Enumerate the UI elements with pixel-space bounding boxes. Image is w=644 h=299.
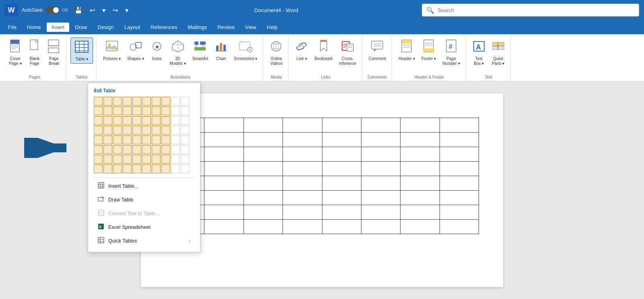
grid-cell[interactable] [161,97,170,106]
grid-cell[interactable] [142,116,151,125]
grid-cell[interactable] [103,116,112,125]
grid-cell[interactable] [161,135,170,144]
table-grid[interactable] [94,97,194,173]
grid-cell[interactable] [142,164,151,173]
grid-cell[interactable] [161,155,170,164]
grid-cell[interactable] [142,135,151,144]
grid-cell[interactable] [161,145,170,154]
grid-cell[interactable] [132,97,141,106]
grid-cell[interactable] [142,97,151,106]
menu-help[interactable]: Help [262,23,283,32]
search-input[interactable] [438,7,635,13]
undo-dropdown-button[interactable]: ▾ [100,5,108,16]
menu-design[interactable]: Design [93,23,119,32]
text-box-button[interactable]: A TextBox ▾ [470,37,488,68]
grid-cell[interactable] [123,126,132,135]
grid-cell[interactable] [132,106,141,115]
grid-cell[interactable] [181,135,190,144]
grid-cell[interactable] [142,155,151,164]
grid-cell[interactable] [181,106,190,115]
grid-cell[interactable] [113,126,122,135]
grid-cell[interactable] [94,106,103,115]
save-button[interactable]: 💾 [72,5,85,16]
grid-cell[interactable] [123,106,132,115]
grid-cell[interactable] [171,135,180,144]
grid-cell[interactable] [152,135,161,144]
screenshot-button[interactable]: Screenshot ▾ [231,37,260,63]
menu-insert[interactable]: Insert [47,23,70,32]
header-button[interactable]: Header ▾ [396,37,417,63]
grid-cell[interactable] [123,145,132,154]
grid-cell[interactable] [103,126,112,135]
grid-cell[interactable] [123,97,132,106]
grid-cell[interactable] [103,106,112,115]
grid-cell[interactable] [113,155,122,164]
grid-cell[interactable] [181,164,190,173]
grid-cell[interactable] [181,116,190,125]
page-break-button[interactable]: PageBreak [45,37,63,68]
grid-cell[interactable] [152,164,161,173]
grid-cell[interactable] [171,145,180,154]
grid-cell[interactable] [142,145,151,154]
draw-table-item[interactable]: Draw Table [94,193,194,207]
grid-cell[interactable] [161,106,170,115]
menu-layout[interactable]: Layout [120,23,145,32]
pictures-button[interactable]: Pictures ▾ [101,37,123,63]
grid-cell[interactable] [142,106,151,115]
grid-cell[interactable] [103,145,112,154]
bookmark-button[interactable]: Bookmark [312,37,335,63]
grid-cell[interactable] [123,116,132,125]
table-button[interactable]: Table ▾ [70,37,93,64]
grid-cell[interactable] [152,126,161,135]
autosave-toggle[interactable] [45,6,60,14]
quick-tables-item[interactable]: Quick Tables › [94,234,194,248]
grid-cell[interactable] [132,116,141,125]
grid-cell[interactable] [103,97,112,106]
blank-page-button[interactable]: BlankPage [26,37,43,68]
menu-review[interactable]: Review [213,23,239,32]
footer-button[interactable]: Footer ▾ [419,37,439,63]
grid-cell[interactable] [161,126,170,135]
grid-cell[interactable] [142,126,151,135]
insert-table-item[interactable]: Insert Table... [94,179,194,193]
menu-mailings[interactable]: Mailings [183,23,212,32]
grid-cell[interactable] [113,106,122,115]
chart-button[interactable]: Chart [212,37,230,63]
grid-cell[interactable] [113,164,122,173]
link-button[interactable]: Link ▾ [293,37,310,63]
grid-cell[interactable] [181,126,190,135]
grid-cell[interactable] [152,155,161,164]
menu-view[interactable]: View [240,23,261,32]
grid-cell[interactable] [152,145,161,154]
grid-cell[interactable] [152,106,161,115]
online-videos-button[interactable]: OnlineVideos [267,37,285,68]
redo-button[interactable]: ↪ [110,5,120,16]
menu-file[interactable]: File [3,23,21,32]
grid-cell[interactable] [171,116,180,125]
icons-button[interactable]: ★ Icons [148,37,166,63]
grid-cell[interactable] [161,164,170,173]
grid-cell[interactable] [171,164,180,173]
grid-cell[interactable] [94,155,103,164]
grid-cell[interactable] [171,155,180,164]
grid-cell[interactable] [103,164,112,173]
grid-cell[interactable] [123,155,132,164]
quick-parts-button[interactable]: QuickParts ▾ [489,37,507,68]
grid-cell[interactable] [132,126,141,135]
undo-button[interactable]: ↩ [87,5,97,16]
grid-cell[interactable] [123,164,132,173]
grid-cell[interactable] [113,116,122,125]
grid-cell[interactable] [132,145,141,154]
grid-cell[interactable] [113,97,122,106]
grid-cell[interactable] [94,116,103,125]
grid-cell[interactable] [94,126,103,135]
grid-cell[interactable] [171,97,180,106]
cross-reference-button[interactable]: Cross-reference [336,37,358,68]
grid-cell[interactable] [132,164,141,173]
comment-button[interactable]: Comment [366,37,388,63]
smartart-button[interactable]: SmartArt [190,37,211,63]
grid-cell[interactable] [94,145,103,154]
grid-cell[interactable] [103,135,112,144]
grid-cell[interactable] [113,145,122,154]
grid-cell[interactable] [123,135,132,144]
